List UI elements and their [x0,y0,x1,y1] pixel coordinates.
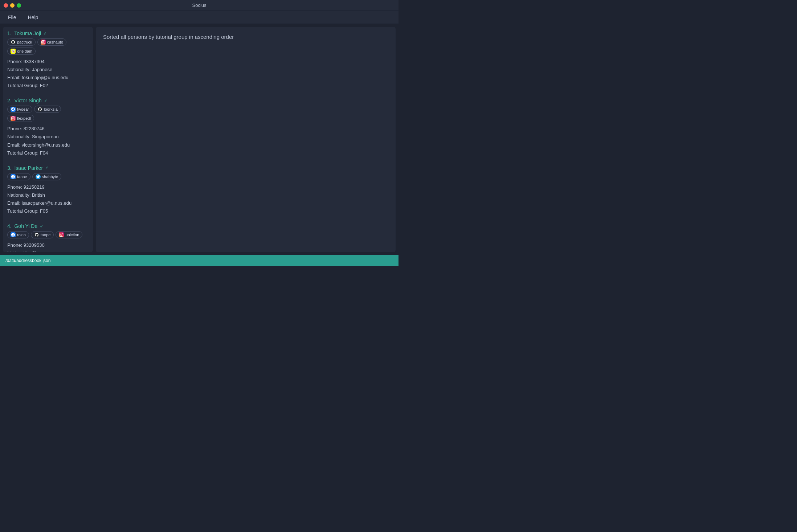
list-item: 1. Tokuma Joji ♂pactruckcashauto👻orielda… [7,30,89,90]
instagram-icon [41,40,46,45]
person-name: 4. Goh Yi De ♂ [7,223,89,229]
social-handle: rozio [17,233,26,237]
person-list-panel[interactable]: 1. Tokuma Joji ♂pactruckcashauto👻orielda… [3,27,93,252]
twitter-icon [36,174,41,179]
gender-icon: ♂ [44,98,48,103]
gender-icon: ♂ [40,224,43,229]
instagram-icon [11,116,16,121]
list-item: 4. Goh Yi De ♂roziotaopeuniction Phone: … [7,223,89,252]
github-icon [37,107,42,112]
minimize-button[interactable] [10,3,15,8]
social-tag-instagram[interactable]: flexpedl [7,115,34,122]
social-tags: pactruckcashauto👻orieldam [7,38,89,55]
person-detail: Phone: 93387304 Nationality: Japanese Em… [7,58,89,90]
social-tag-instagram[interactable]: cashauto [37,38,67,46]
github-icon [11,40,16,45]
social-handle: uniction [65,233,79,237]
person-detail: Phone: 92150219 Nationality: British Ema… [7,183,89,215]
social-handle: flexpedl [17,116,31,120]
social-tag-instagram[interactable]: uniction [56,231,82,238]
maximize-button[interactable] [17,3,21,8]
close-button[interactable] [4,3,8,8]
person-detail: Phone: 82280746 Nationality: Singaporean… [7,125,89,157]
social-tag-github[interactable]: loorksla [34,106,61,113]
social-handle: cashauto [47,40,64,44]
social-tag-github[interactable]: taope [31,231,54,238]
app-title: Socius [192,3,206,8]
menu-file[interactable]: File [6,13,19,22]
gender-icon: ♂ [43,31,47,36]
social-handle: orieldam [17,49,32,53]
facebook-icon [11,174,16,179]
result-message: Sorted all persons by tutorial group in … [103,34,234,40]
social-tag-twitter[interactable]: shabbyte [32,173,62,180]
person-detail: Phone: 93209530 Nationality: Singaporean… [7,241,89,252]
gender-icon: ♂ [45,165,49,171]
social-tags: taopeshabbyte [7,173,89,180]
social-tag-github[interactable]: pactruck [7,38,36,46]
facebook-icon [11,107,16,112]
social-handle: taope [17,175,27,179]
statusbar: ./data/addressbook.json [0,255,398,266]
list-item: 2. Victor Singh ♂twoearloorkslaflexpedl … [7,98,89,157]
social-handle: shabbyte [42,175,58,179]
titlebar: Socius [0,0,398,11]
snapchat-icon: 👻 [11,49,16,54]
main-content: 1. Tokuma Joji ♂pactruckcashauto👻orielda… [0,24,398,255]
menu-help[interactable]: Help [26,13,41,22]
social-handle: twoear [17,107,29,111]
menubar: File Help [0,11,398,24]
social-tags: twoearloorkslaflexpedl [7,106,89,122]
window-controls [4,3,21,8]
facebook-icon [11,232,16,237]
github-icon [34,232,39,237]
social-tag-snapchat[interactable]: 👻orieldam [7,48,36,55]
social-tag-facebook[interactable]: rozio [7,231,29,238]
social-tag-facebook[interactable]: taope [7,173,30,180]
result-panel: Sorted all persons by tutorial group in … [96,27,396,252]
social-handle: taope [41,233,51,237]
social-handle: pactruck [17,40,32,44]
list-item: 3. Isaac Parker ♂taopeshabbyte Phone: 92… [7,165,89,215]
social-handle: loorksla [44,107,58,111]
social-tag-facebook[interactable]: twoear [7,106,32,113]
instagram-icon [59,232,64,237]
person-name: 3. Isaac Parker ♂ [7,165,89,171]
social-tags: roziotaopeuniction [7,231,89,238]
person-name: 2. Victor Singh ♂ [7,98,89,103]
person-name: 1. Tokuma Joji ♂ [7,30,89,36]
status-path: ./data/addressbook.json [4,258,50,263]
